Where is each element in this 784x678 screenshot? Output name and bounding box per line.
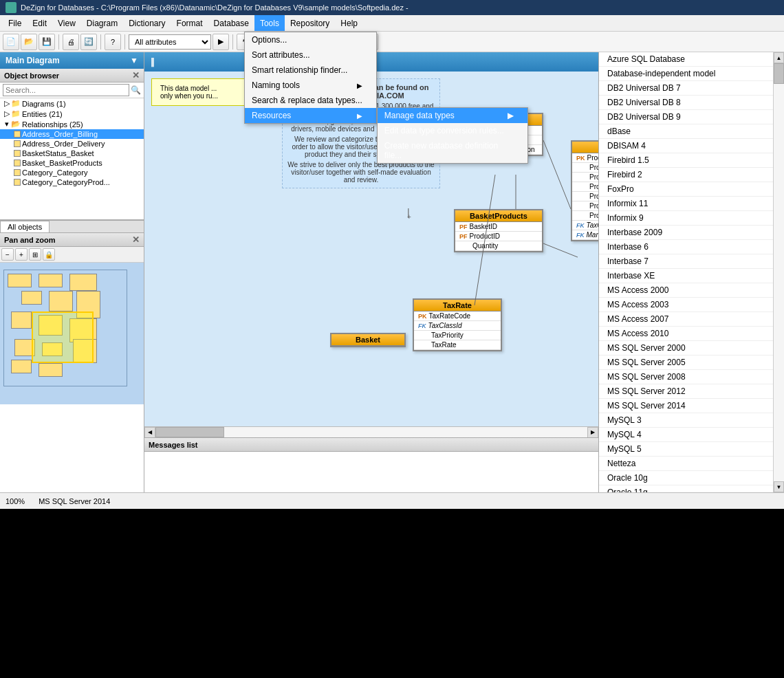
menu-resources[interactable]: Resources ▶ Manage data types ▶ Edit dat… — [245, 108, 376, 123]
tree-item-basket-status[interactable]: BasketStatus_Basket — [0, 149, 144, 158]
er-table-product[interactable]: Product PK ProductID ProductName Product… — [571, 140, 598, 241]
pan-zoom-canvas[interactable] — [0, 263, 144, 404]
v-scroll-thumb[interactable] — [774, 63, 784, 84]
scroll-down-btn[interactable]: ▼ — [774, 481, 784, 492]
db-mssql-2000[interactable]: MS SQL Server 2000 — [599, 341, 773, 356]
toggle-relationships[interactable]: ▾ — [3, 120, 11, 129]
print-button[interactable]: 🖨 — [63, 34, 79, 50]
zoom-in-btn[interactable]: + — [15, 248, 28, 261]
new-button[interactable]: 📄 — [3, 34, 19, 50]
menu-dictionary[interactable]: Dictionary — [123, 15, 171, 31]
menu-view[interactable]: View — [52, 15, 81, 31]
save-button[interactable]: 💾 — [39, 34, 55, 50]
db-ms-access-2000[interactable]: MS Access 2000 — [599, 283, 773, 298]
folder-icon-relationships: 📂 — [11, 120, 21, 129]
db-independent[interactable]: Database-independent model — [599, 67, 773, 81]
scroll-left-btn[interactable]: ◀ — [144, 427, 155, 438]
db-firebird-15[interactable]: Firebird 1.5 — [599, 153, 773, 168]
db-interbase-7[interactable]: Interbase 7 — [599, 254, 773, 269]
db-mssql-2008[interactable]: MS SQL Server 2008 — [599, 370, 773, 384]
submenu-create-db-def[interactable]: Create new database definition file... — [378, 138, 527, 163]
db-db2-7[interactable]: DB2 Universal DB 7 — [599, 81, 773, 96]
tree-item-category-prod[interactable]: Category_CategoryProd... — [0, 177, 144, 187]
canvas-title: ▌ — [151, 58, 157, 66]
db-oracle-10g[interactable]: Oracle 10g — [599, 471, 773, 485]
menu-naming-tools[interactable]: Naming tools ▶ — [245, 78, 376, 93]
menu-help[interactable]: Help — [335, 15, 363, 31]
h-scroll-thumb[interactable] — [155, 427, 224, 437]
db-ms-access-2003[interactable]: MS Access 2003 — [599, 298, 773, 312]
db-mysql-5[interactable]: MySQL 5 — [599, 442, 773, 457]
help-button[interactable]: ? — [105, 34, 121, 50]
menu-diagram[interactable]: Diagram — [81, 15, 123, 31]
item-label-delivery: Address_Order_Delivery — [22, 140, 105, 148]
attribute-dropdown[interactable]: All attributes — [129, 34, 211, 50]
prod-row-1: PK ProductID — [572, 153, 598, 163]
tree-item-address-billing[interactable]: Address_Order_Billing — [0, 129, 144, 139]
refresh-button[interactable]: 🔄 — [80, 34, 97, 50]
menu-repository[interactable]: Repository — [285, 15, 335, 31]
db-ms-access-2007[interactable]: MS Access 2007 — [599, 312, 773, 327]
db-db2-9[interactable]: DB2 Universal DB 9 — [599, 110, 773, 124]
db-azure-sql[interactable]: Azure SQL Database — [599, 52, 773, 67]
scroll-up-btn[interactable]: ▲ — [774, 52, 784, 63]
menu-search-replace[interactable]: Search & replace data types... — [245, 93, 376, 108]
search-box: 🔍 — [0, 83, 144, 98]
go-button[interactable]: ▶ — [213, 34, 229, 50]
menu-options[interactable]: Options... — [245, 32, 376, 47]
zoom-fit-btn[interactable]: ⊞ — [29, 248, 41, 261]
zoom-out-btn[interactable]: − — [1, 248, 14, 261]
main-canvas[interactable]: This data model ...only when you ru... M… — [144, 72, 598, 426]
menu-smart-relationship[interactable]: Smart relationship finder... — [245, 63, 376, 78]
menu-edit[interactable]: Edit — [27, 15, 52, 31]
db-dbisam[interactable]: DBISAM 4 — [599, 139, 773, 153]
db-ms-access-2010[interactable]: MS Access 2010 — [599, 327, 773, 341]
search-input[interactable] — [3, 84, 129, 96]
tree-item-basket-products[interactable]: Basket_BasketProducts — [0, 158, 144, 168]
diagram-arrow[interactable]: ▼ — [130, 56, 138, 65]
h-scrollbar[interactable]: ◀ ▶ — [144, 426, 598, 437]
object-browser-close[interactable]: ✕ — [132, 70, 140, 80]
toggle-diagrams[interactable]: ▷ — [3, 99, 11, 108]
menu-database[interactable]: Database — [208, 15, 254, 31]
tree-item-category[interactable]: Category_Category — [0, 168, 144, 177]
er-table-basketproducts[interactable]: BasketProducts PF BasketID PF ProductID … — [454, 209, 543, 252]
db-mssql-2012[interactable]: MS SQL Server 2012 — [599, 384, 773, 399]
db-interbase-6[interactable]: Interbase 6 — [599, 240, 773, 254]
search-icon[interactable]: 🔍 — [131, 85, 141, 95]
db-dbase[interactable]: dBase — [599, 124, 773, 139]
menu-tools[interactable]: Tools — [254, 15, 285, 31]
prod-row-2: ProductName — [572, 163, 598, 173]
toggle-entities[interactable]: ▷ — [3, 109, 11, 118]
db-netteza[interactable]: Netteza — [599, 457, 773, 471]
db-mssql-2005[interactable]: MS SQL Server 2005 — [599, 356, 773, 370]
db-informix-11[interactable]: Informix 11 — [599, 197, 773, 211]
menu-sort-attributes[interactable]: Sort attributes... — [245, 47, 376, 63]
menu-file[interactable]: File — [3, 15, 27, 31]
db-mysql-3[interactable]: MySQL 3 — [599, 413, 773, 428]
scroll-right-btn[interactable]: ▶ — [587, 427, 598, 438]
lock-btn[interactable]: 🔒 — [43, 248, 55, 261]
tree-diagrams[interactable]: ▷ 📁 Diagrams (1) — [0, 98, 144, 109]
db-informix-9[interactable]: Informix 9 — [599, 211, 773, 226]
open-button[interactable]: 📂 — [21, 34, 37, 50]
db-mssql-2014[interactable]: MS SQL Server 2014 — [599, 399, 773, 413]
menu-format[interactable]: Format — [171, 15, 208, 31]
tab-all-objects[interactable]: All objects — [0, 221, 50, 232]
tree-item-address-delivery[interactable]: Address_Order_Delivery — [0, 139, 144, 149]
diagram-header[interactable]: Main Diagram ▼ — [0, 52, 144, 69]
db-oracle-11g[interactable]: Oracle 11g — [599, 485, 773, 492]
submenu-edit-conversion[interactable]: Edit data type conversion rules... — [378, 123, 527, 138]
er-table-taxrate[interactable]: TaxRate PK TaxRateCode FK TaxClassId Tax… — [413, 298, 502, 351]
er-table-basket[interactable]: Basket — [330, 333, 406, 347]
db-interbase-2009[interactable]: Interbase 2009 — [599, 226, 773, 240]
db-mysql-4[interactable]: MySQL 4 — [599, 428, 773, 442]
db-foxpro[interactable]: FoxPro — [599, 182, 773, 197]
tree-relationships[interactable]: ▾ 📂 Relationships (25) — [0, 119, 144, 129]
db-firebird-2[interactable]: Firebird 2 — [599, 168, 773, 182]
db-db2-8[interactable]: DB2 Universal DB 8 — [599, 96, 773, 110]
submenu-manage-datatypes[interactable]: Manage data types ▶ — [378, 108, 527, 123]
tree-entities[interactable]: ▷ 📁 Entities (21) — [0, 109, 144, 119]
db-interbase-xe[interactable]: Interbase XE — [599, 269, 773, 283]
pan-zoom-close[interactable]: ✕ — [132, 234, 140, 245]
